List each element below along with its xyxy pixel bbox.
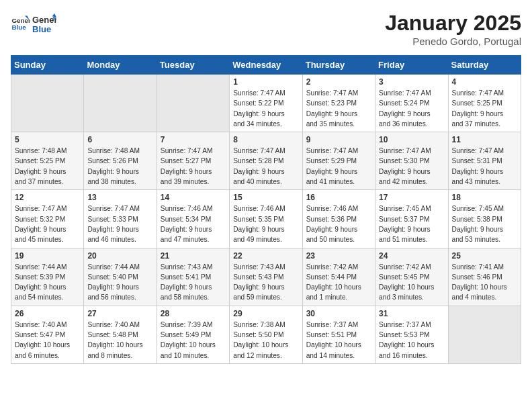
- day-info: Sunrise: 7:47 AMSunset: 5:30 PMDaylight:…: [379, 146, 444, 187]
- calendar-week-row: 26Sunrise: 7:40 AMSunset: 5:47 PMDayligh…: [11, 306, 521, 363]
- day-number: 5: [15, 135, 80, 144]
- calendar-cell: 17Sunrise: 7:45 AMSunset: 5:37 PMDayligh…: [375, 190, 448, 248]
- day-info: Sunrise: 7:47 AMSunset: 5:29 PMDaylight:…: [306, 146, 371, 187]
- day-info: Sunrise: 7:47 AMSunset: 5:33 PMDaylight:…: [87, 203, 152, 244]
- calendar-cell: 7Sunrise: 7:47 AMSunset: 5:27 PMDaylight…: [157, 132, 229, 190]
- calendar-cell: 31Sunrise: 7:37 AMSunset: 5:53 PMDayligh…: [375, 306, 448, 363]
- calendar-cell: 13Sunrise: 7:47 AMSunset: 5:33 PMDayligh…: [84, 190, 157, 248]
- calendar-cell: 2Sunrise: 7:47 AMSunset: 5:23 PMDaylight…: [302, 75, 375, 132]
- day-number: 12: [15, 193, 80, 202]
- day-info: Sunrise: 7:42 AMSunset: 5:44 PMDaylight:…: [306, 262, 371, 303]
- day-number: 16: [306, 193, 371, 202]
- day-number: 15: [233, 193, 298, 202]
- calendar-title: January 2025: [385, 11, 521, 36]
- header-tuesday: Tuesday: [157, 56, 229, 75]
- calendar-cell: 11Sunrise: 7:47 AMSunset: 5:31 PMDayligh…: [448, 132, 521, 190]
- day-number: 4: [452, 77, 517, 87]
- day-number: 23: [306, 251, 371, 261]
- day-info: Sunrise: 7:40 AMSunset: 5:48 PMDaylight:…: [87, 320, 152, 361]
- header-wednesday: Wednesday: [230, 56, 302, 75]
- calendar-cell: 10Sunrise: 7:47 AMSunset: 5:30 PMDayligh…: [375, 132, 448, 190]
- logo-icon: General Blue: [11, 13, 30, 32]
- day-number: 3: [379, 77, 444, 87]
- day-number: 8: [233, 135, 298, 144]
- title-block: January 2025 Penedo Gordo, Portugal: [385, 11, 521, 47]
- day-number: 19: [15, 251, 80, 261]
- day-info: Sunrise: 7:47 AMSunset: 5:28 PMDaylight:…: [233, 146, 298, 187]
- day-info: Sunrise: 7:47 AMSunset: 5:32 PMDaylight:…: [15, 203, 80, 244]
- calendar-cell: 1Sunrise: 7:47 AMSunset: 5:22 PMDaylight…: [230, 75, 302, 132]
- calendar-cell: [11, 75, 84, 132]
- svg-text:Blue: Blue: [32, 24, 51, 34]
- day-number: 6: [87, 135, 152, 144]
- calendar-cell: 8Sunrise: 7:47 AMSunset: 5:28 PMDaylight…: [230, 132, 302, 190]
- calendar-cell: 12Sunrise: 7:47 AMSunset: 5:32 PMDayligh…: [11, 190, 84, 248]
- day-info: Sunrise: 7:38 AMSunset: 5:50 PMDaylight:…: [233, 320, 298, 361]
- day-number: 18: [452, 193, 517, 202]
- calendar-cell: 19Sunrise: 7:44 AMSunset: 5:39 PMDayligh…: [11, 248, 84, 306]
- day-info: Sunrise: 7:39 AMSunset: 5:49 PMDaylight:…: [161, 320, 226, 361]
- calendar-cell: 3Sunrise: 7:47 AMSunset: 5:24 PMDaylight…: [375, 75, 448, 132]
- calendar-cell: [157, 75, 229, 132]
- day-number: 30: [306, 309, 371, 318]
- calendar-cell: 29Sunrise: 7:38 AMSunset: 5:50 PMDayligh…: [230, 306, 302, 363]
- header-friday: Friday: [375, 56, 448, 75]
- logo-bird-icon: General Blue: [32, 11, 56, 35]
- calendar-cell: [448, 306, 521, 363]
- calendar-week-row: 1Sunrise: 7:47 AMSunset: 5:22 PMDaylight…: [11, 75, 521, 132]
- day-info: Sunrise: 7:45 AMSunset: 5:38 PMDaylight:…: [452, 203, 517, 244]
- day-info: Sunrise: 7:47 AMSunset: 5:31 PMDaylight:…: [452, 146, 517, 187]
- weekday-header-row: Sunday Monday Tuesday Wednesday Thursday…: [11, 56, 521, 75]
- day-info: Sunrise: 7:41 AMSunset: 5:46 PMDaylight:…: [452, 262, 517, 303]
- day-info: Sunrise: 7:47 AMSunset: 5:27 PMDaylight:…: [161, 146, 226, 187]
- calendar-cell: [84, 75, 157, 132]
- day-number: 2: [306, 77, 371, 87]
- day-number: 1: [233, 77, 298, 87]
- calendar-cell: 18Sunrise: 7:45 AMSunset: 5:38 PMDayligh…: [448, 190, 521, 248]
- day-number: 28: [161, 309, 226, 318]
- day-number: 17: [379, 193, 444, 202]
- day-info: Sunrise: 7:46 AMSunset: 5:35 PMDaylight:…: [233, 203, 298, 244]
- calendar-cell: 27Sunrise: 7:40 AMSunset: 5:48 PMDayligh…: [84, 306, 157, 363]
- calendar-cell: 26Sunrise: 7:40 AMSunset: 5:47 PMDayligh…: [11, 306, 84, 363]
- calendar-week-row: 19Sunrise: 7:44 AMSunset: 5:39 PMDayligh…: [11, 248, 521, 306]
- calendar-week-row: 12Sunrise: 7:47 AMSunset: 5:32 PMDayligh…: [11, 190, 521, 248]
- day-number: 29: [233, 309, 298, 318]
- day-number: 20: [87, 251, 152, 261]
- day-info: Sunrise: 7:44 AMSunset: 5:39 PMDaylight:…: [15, 262, 80, 303]
- day-number: 22: [233, 251, 298, 261]
- day-number: 11: [452, 135, 517, 144]
- calendar-cell: 15Sunrise: 7:46 AMSunset: 5:35 PMDayligh…: [230, 190, 302, 248]
- day-info: Sunrise: 7:45 AMSunset: 5:37 PMDaylight:…: [379, 203, 444, 244]
- day-info: Sunrise: 7:47 AMSunset: 5:24 PMDaylight:…: [379, 88, 444, 129]
- calendar-cell: 16Sunrise: 7:46 AMSunset: 5:36 PMDayligh…: [302, 190, 375, 248]
- day-number: 25: [452, 251, 517, 261]
- calendar-table: Sunday Monday Tuesday Wednesday Thursday…: [11, 55, 521, 364]
- calendar-cell: 9Sunrise: 7:47 AMSunset: 5:29 PMDaylight…: [302, 132, 375, 190]
- day-number: 7: [161, 135, 226, 144]
- calendar-cell: 24Sunrise: 7:42 AMSunset: 5:45 PMDayligh…: [375, 248, 448, 306]
- header-monday: Monday: [84, 56, 157, 75]
- calendar-cell: 5Sunrise: 7:48 AMSunset: 5:25 PMDaylight…: [11, 132, 84, 190]
- day-info: Sunrise: 7:42 AMSunset: 5:45 PMDaylight:…: [379, 262, 444, 303]
- calendar-cell: 28Sunrise: 7:39 AMSunset: 5:49 PMDayligh…: [157, 306, 229, 363]
- day-number: 10: [379, 135, 444, 144]
- day-number: 24: [379, 251, 444, 261]
- calendar-cell: 23Sunrise: 7:42 AMSunset: 5:44 PMDayligh…: [302, 248, 375, 306]
- calendar-cell: 14Sunrise: 7:46 AMSunset: 5:34 PMDayligh…: [157, 190, 229, 248]
- day-number: 14: [161, 193, 226, 202]
- day-number: 26: [15, 309, 80, 318]
- logo: General Blue General Blue: [11, 11, 56, 35]
- day-number: 31: [379, 309, 444, 318]
- day-info: Sunrise: 7:48 AMSunset: 5:25 PMDaylight:…: [15, 146, 80, 187]
- day-info: Sunrise: 7:46 AMSunset: 5:34 PMDaylight:…: [161, 203, 226, 244]
- day-info: Sunrise: 7:48 AMSunset: 5:26 PMDaylight:…: [87, 146, 152, 187]
- day-number: 27: [87, 309, 152, 318]
- calendar-cell: 20Sunrise: 7:44 AMSunset: 5:40 PMDayligh…: [84, 248, 157, 306]
- calendar-week-row: 5Sunrise: 7:48 AMSunset: 5:25 PMDaylight…: [11, 132, 521, 190]
- day-info: Sunrise: 7:40 AMSunset: 5:47 PMDaylight:…: [15, 320, 80, 361]
- calendar-location: Penedo Gordo, Portugal: [385, 36, 521, 47]
- day-number: 21: [161, 251, 226, 261]
- calendar-cell: 6Sunrise: 7:48 AMSunset: 5:26 PMDaylight…: [84, 132, 157, 190]
- header-thursday: Thursday: [302, 56, 375, 75]
